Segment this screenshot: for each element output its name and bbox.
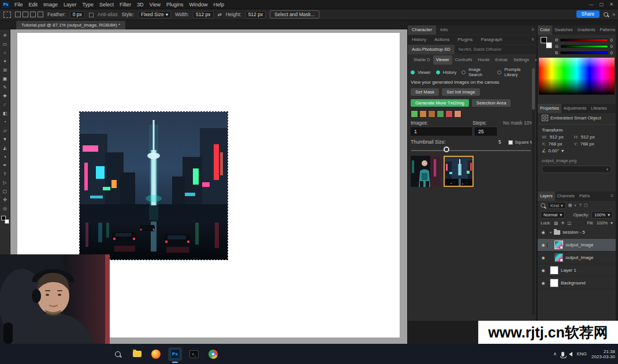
menu-plugins[interactable]: Plugins [163,0,187,9]
layer-name[interactable]: Background [561,280,586,286]
generate-more-button[interactable]: Generate More Txt2Img [411,99,469,107]
layer-row-group[interactable]: ◉ ▾ session - 5 [538,226,616,239]
tab-layers[interactable]: Layers [538,192,555,201]
tab-swatches[interactable]: Swatches [552,25,575,35]
foreground-color-swatch[interactable] [541,37,547,43]
sd-tab-stable-diffusion[interactable]: Stable D [411,55,433,65]
color-swatch[interactable] [419,110,427,118]
width-value[interactable]: 512 px [550,134,564,140]
radio-prompts-library-label[interactable]: Prompts Library [504,67,531,77]
layer-row[interactable]: ◉ output_image [538,252,616,264]
radio-prompts-library[interactable] [497,70,501,74]
layer-name[interactable]: Layer 1 [561,268,576,273]
tab-properties[interactable]: Properties [538,104,561,113]
crop-tool[interactable]: ⊞ [1,66,10,74]
lock-position-icon[interactable]: ✛ [561,220,564,226]
tab-history[interactable]: History [408,35,430,44]
menu-edit[interactable]: Edit [26,0,41,9]
tab-auto-photoshop-sd[interactable]: Auto-Photoshop-SD [408,45,455,54]
foreground-color-swatch[interactable] [1,216,6,220]
red-value[interactable]: 0 [610,37,613,43]
close-icon[interactable]: ✕ [609,2,613,7]
sd-tab-viewer[interactable]: Viewer [433,55,452,65]
menu-help[interactable]: Help [211,0,228,9]
radio-image-search-label[interactable]: Image Search [468,67,492,77]
eye-icon[interactable]: ◉ [539,268,548,273]
layer-search-icon[interactable] [541,203,545,208]
radio-history[interactable] [436,70,440,74]
style-select[interactable]: Fixed Size ▾ [138,11,171,18]
generated-image-selection[interactable] [80,112,228,260]
images-input[interactable]: 1 [411,127,472,136]
color-swatch[interactable] [437,110,444,118]
clone-stamp-tool[interactable]: ◧ [1,109,10,118]
color-panel-fgbg-swatches[interactable] [541,37,552,48]
type-tool[interactable]: T [1,170,10,178]
eye-icon[interactable]: ◉ [539,243,548,247]
chevron-down-icon[interactable]: ▾ [561,148,564,153]
square-checkbox[interactable] [508,140,513,145]
brush-tool[interactable]: ∕ [1,100,10,109]
color-swatch[interactable] [445,110,453,118]
tab-libraries[interactable]: Libraries [589,104,609,113]
move-tool[interactable]: ✛ [1,31,10,40]
color-swatch[interactable] [428,110,435,118]
layer-name[interactable]: session - 5 [563,230,585,235]
menu-layer[interactable]: Layer [61,0,80,9]
sd-tab-settings[interactable]: Settings [511,55,532,65]
clock[interactable]: 21:38 2023-03-30 [591,349,615,359]
selection-mode-icons[interactable] [15,12,43,17]
tab-color[interactable]: Color [538,25,552,35]
opacity-select[interactable]: 100% ▾ [591,211,613,219]
angle-value[interactable]: 0.00° [548,148,559,153]
minimize-icon[interactable]: — [589,2,594,7]
menu-type[interactable]: Type [80,0,97,9]
tab-adjustments[interactable]: Adjustments [561,104,589,113]
taskbar-file-explorer[interactable] [130,347,144,361]
filter-adjustment-icon[interactable]: ◐ [574,203,576,208]
taskbar-firefox[interactable] [149,347,163,361]
tab-paragraph[interactable]: Paragraph [476,35,506,44]
filter-shape-icon[interactable]: ▢ [584,203,588,208]
antialias-checkbox[interactable] [89,13,94,17]
filter-pixel-icon[interactable]: ▦ [568,203,572,208]
frame-tool[interactable]: ▣ [1,74,10,83]
eraser-tool[interactable]: ▱ [1,126,10,135]
sd-tab-horde[interactable]: Horde [475,55,492,65]
color-swatch[interactable] [454,110,461,118]
zoom-tool[interactable]: ◎ [1,204,10,213]
eye-icon[interactable]: ◉ [539,281,548,286]
sd-tab-controlnet[interactable]: ControlN [452,55,475,65]
microphone-icon[interactable] [561,352,564,357]
panel-menu-icon[interactable]: ≡ [529,25,537,35]
eye-icon[interactable]: ◉ [539,230,548,235]
marquee-tool[interactable]: ▭ [1,40,10,48]
tab-patterns[interactable]: Patterns [598,25,618,35]
radio-viewer[interactable] [411,70,415,74]
fill-value[interactable]: 100% [597,220,608,226]
radio-image-search[interactable] [461,70,466,74]
tab-paths[interactable]: Paths [577,192,592,201]
blur-tool[interactable]: ◭ [1,144,10,152]
set-mask-button[interactable]: Set Mask [411,88,439,96]
subtract-selection-icon[interactable] [30,12,36,17]
workspace-chooser-icon[interactable]: » [612,12,615,17]
menu-3d[interactable]: 3D [134,0,147,9]
tab-character[interactable]: Character [408,25,436,35]
plugin-scrollbar[interactable] [532,68,535,315]
slider-handle[interactable] [444,147,449,152]
panel-menu-icon[interactable]: ≡ [608,192,616,201]
select-and-mask-button[interactable]: Select and Mask... [270,10,319,18]
foreground-background-swatches[interactable] [1,216,9,224]
language-indicator[interactable]: ENG [577,351,587,357]
color-swatch[interactable] [411,110,418,118]
menu-file[interactable]: File [12,0,26,9]
intersect-selection-icon[interactable] [38,12,43,17]
history-brush-tool[interactable]: ◔ [1,118,10,126]
menu-select[interactable]: Select [96,0,117,9]
maximize-icon[interactable]: ▢ [600,2,604,7]
filter-type-icon[interactable]: T [579,203,582,208]
blue-value[interactable]: 0 [610,50,613,55]
sd-tab-extras[interactable]: Extras [493,55,511,65]
feather-input[interactable]: 0 px [70,11,85,18]
